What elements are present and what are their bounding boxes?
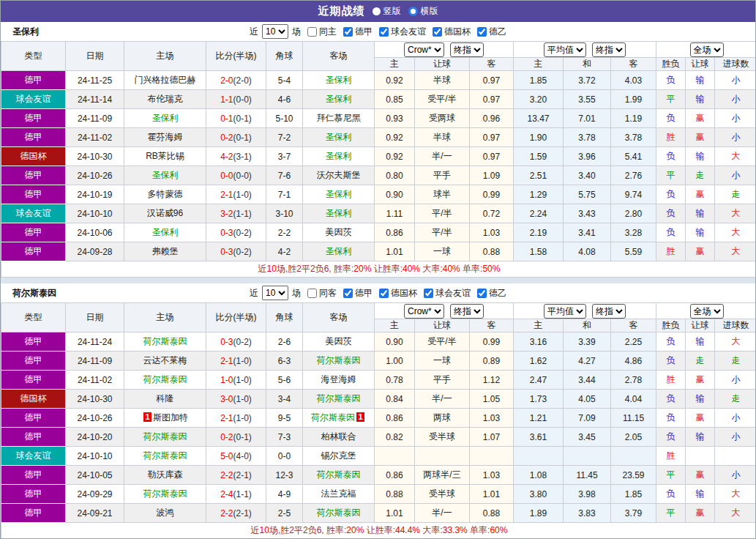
- team-name-link[interactable]: 多特蒙德: [148, 189, 183, 199]
- team-name-link[interactable]: 霍芬海姆: [148, 132, 183, 142]
- team-name-link[interactable]: 圣保利: [326, 132, 352, 142]
- team-name-link[interactable]: 圣保利: [152, 170, 179, 180]
- league-checkbox[interactable]: [343, 27, 353, 37]
- team-name-link[interactable]: 圣保利: [326, 189, 352, 199]
- average-odds-select[interactable]: 平均值: [544, 42, 586, 57]
- team-name-link[interactable]: 荷尔斯泰因: [143, 450, 187, 461]
- league-checkbox[interactable]: [477, 289, 487, 298]
- team-name-link[interactable]: 圣保利: [326, 94, 352, 104]
- team-name-link[interactable]: 圣保利: [326, 75, 352, 85]
- match-count-select[interactable]: 10: [262, 24, 288, 39]
- match-count-select[interactable]: 10: [262, 286, 288, 300]
- league-checkbox[interactable]: [343, 289, 353, 298]
- avg-away-odds: 23.59: [611, 466, 656, 485]
- team-name-link[interactable]: 荷尔斯泰因: [317, 508, 361, 518]
- team-name-link[interactable]: 荷尔斯泰因: [143, 488, 187, 499]
- team-name-link[interactable]: 布伦瑞克: [148, 94, 183, 104]
- result-goals: 走: [715, 352, 756, 371]
- crow-odds-select[interactable]: Crow*: [404, 304, 444, 319]
- crow-handicap: 半/一: [415, 147, 470, 166]
- team-name-link[interactable]: 荷尔斯泰因: [143, 431, 187, 442]
- league-checkbox[interactable]: [379, 289, 389, 298]
- team-name-link[interactable]: 法兰克福: [321, 488, 356, 499]
- final-index-select-2[interactable]: 终指: [592, 42, 626, 57]
- avg-home-odds: 1.29: [514, 185, 564, 204]
- fulltime-score: 0-1: [220, 114, 233, 124]
- score-cell: 2-4(1-1): [206, 485, 266, 504]
- team-name-link[interactable]: 海登海姆: [321, 374, 356, 384]
- crow-home-odds: 0.86: [375, 223, 415, 242]
- team-name-link[interactable]: 拜仁慕尼黑: [317, 113, 361, 123]
- team-name-link[interactable]: 荷尔斯泰因: [143, 336, 187, 346]
- team-name-link[interactable]: 柏林联合: [321, 431, 356, 442]
- team-name-link[interactable]: 波鸿: [157, 508, 174, 518]
- average-odds-select[interactable]: 平均值: [544, 304, 586, 319]
- result-handicap: 赢: [686, 128, 715, 147]
- col-header-home: 主场: [124, 42, 206, 71]
- team2-section-title: 荷尔斯泰因: [12, 287, 56, 300]
- away-team-cell: 圣保利: [303, 90, 375, 109]
- team-name-link[interactable]: 锡尔克堡: [321, 450, 356, 461]
- team-name-link[interactable]: 圣保利: [152, 113, 179, 123]
- team-name-link[interactable]: 圣保利: [326, 151, 352, 161]
- final-index-select-1[interactable]: 终指: [450, 304, 484, 319]
- team-name-link[interactable]: 门兴格拉德巴赫: [135, 75, 196, 85]
- team-name-link[interactable]: 荷尔斯泰因: [317, 469, 361, 480]
- league-checkbox[interactable]: [424, 289, 433, 298]
- full-match-select[interactable]: 全场: [690, 304, 724, 319]
- team-name-link[interactable]: 勒沃库森: [148, 469, 183, 480]
- team-name-link[interactable]: 荷尔斯泰因: [143, 374, 187, 384]
- avg-home-odds: 2.47: [514, 371, 564, 390]
- league-type-cell: 德甲: [1, 71, 66, 90]
- league-checkbox[interactable]: [477, 27, 487, 37]
- team-name-link[interactable]: 美因茨: [326, 227, 352, 237]
- league-type-cell: 德国杯: [1, 390, 66, 409]
- match-row: 球会友谊24-11-14布伦瑞克1-1(0-0)4-6圣保利0.85受平/半0.…: [1, 90, 756, 109]
- halftime-score: (0-1): [233, 133, 252, 143]
- avg-away-odds: 2.25: [611, 332, 656, 352]
- vertical-layout-option[interactable]: 竖版: [373, 5, 401, 18]
- crow-odds-select[interactable]: Crow*: [404, 42, 444, 57]
- league-checkbox[interactable]: [433, 27, 442, 37]
- same-away-checkbox[interactable]: [307, 289, 317, 298]
- crow-away-odds: 0.72: [470, 204, 514, 223]
- team-name-link[interactable]: 汉诺威96: [147, 208, 183, 218]
- league-checkbox[interactable]: [379, 27, 389, 37]
- team-name-link[interactable]: 荷尔斯泰因: [317, 355, 361, 365]
- final-index-select-2[interactable]: 终指: [592, 304, 626, 319]
- halftime-score: (1-0): [233, 394, 252, 404]
- summary-label: 场,胜2平2负6, 胜率:: [269, 525, 346, 535]
- crow-away-odds: 0.99: [470, 185, 514, 204]
- col-header-type: 类型: [1, 42, 66, 71]
- horizontal-layout-option[interactable]: 横版: [408, 5, 438, 18]
- team-name-link[interactable]: 云达不莱梅: [143, 355, 187, 365]
- team-name-link[interactable]: 圣保利: [326, 208, 352, 218]
- team-name-link[interactable]: 美因茨: [326, 336, 352, 346]
- match-row: 德甲24-11-24荷尔斯泰因0-3(0-2)2-6美因茨0.90受平/半0.9…: [1, 332, 756, 352]
- full-match-select[interactable]: 全场: [690, 42, 724, 57]
- result-handicap: 走: [686, 352, 715, 371]
- crow-home-odds: 0.92: [375, 71, 415, 90]
- team-name-link[interactable]: 沃尔夫斯堡: [317, 170, 361, 180]
- crow-away-odds: 0.96: [470, 109, 514, 128]
- team-name-link[interactable]: 圣保利: [152, 227, 179, 237]
- corner-cell: 9-5: [266, 409, 303, 428]
- team-name-link[interactable]: 科隆: [157, 393, 174, 404]
- league-label: 德国杯: [444, 26, 471, 38]
- league-label: 德乙: [489, 287, 506, 300]
- same-home-checkbox[interactable]: [307, 27, 317, 37]
- crow-handicap: 受平/半: [415, 332, 470, 352]
- vertical-radio-icon[interactable]: [373, 7, 381, 15]
- crow-home-odds: 1.00: [375, 352, 415, 371]
- team-name-link[interactable]: 荷尔斯泰因: [317, 393, 361, 404]
- match-date-cell: 24-10-10: [66, 204, 124, 223]
- team-name-link[interactable]: 斯图加特: [153, 412, 188, 423]
- team-name-link[interactable]: 圣保利: [326, 246, 352, 256]
- crow-handicap: 半/一: [415, 504, 470, 523]
- team-name-link[interactable]: 荷尔斯泰因: [311, 412, 355, 423]
- final-index-select-1[interactable]: 终指: [450, 42, 484, 57]
- horizontal-radio-icon[interactable]: [408, 7, 418, 16]
- team-name-link[interactable]: RB莱比锡: [146, 151, 184, 161]
- team-name-link[interactable]: 弗赖堡: [152, 246, 179, 256]
- avg-away-odds: 2.05: [611, 428, 656, 447]
